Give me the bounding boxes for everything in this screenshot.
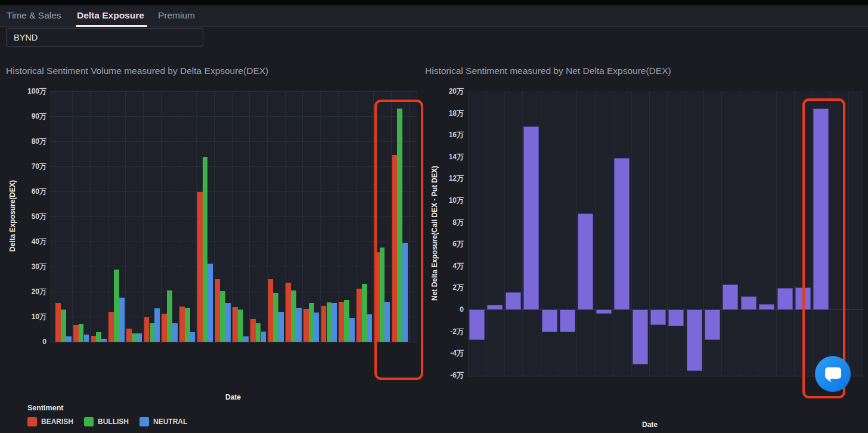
- bar-bullish-1[interactable]: [79, 324, 84, 342]
- bar-bearish-7[interactable]: [179, 307, 185, 342]
- bar-net-dex-10[interactable]: [650, 310, 666, 325]
- bar-net-dex-11[interactable]: [668, 310, 684, 326]
- bar-bullish-17[interactable]: [362, 284, 367, 342]
- bar-neutral-8[interactable]: [207, 264, 213, 342]
- bar-net-dex-4[interactable]: [542, 310, 557, 332]
- left-x-axis-title: Date: [225, 393, 241, 401]
- bar-bearish-12[interactable]: [268, 279, 274, 342]
- bar-neutral-17[interactable]: [367, 314, 373, 342]
- gridline: [51, 166, 417, 167]
- bar-bearish-8[interactable]: [197, 192, 203, 342]
- gridline: [51, 242, 417, 242]
- y-tick-label: -4万: [428, 349, 464, 357]
- gridline: [522, 91, 523, 376]
- y-tick-label: -2万: [428, 327, 464, 336]
- bar-bullish-13[interactable]: [291, 290, 296, 342]
- bar-bullish-7[interactable]: [185, 308, 190, 342]
- bar-bullish-8[interactable]: [203, 157, 208, 342]
- gridline: [108, 91, 108, 342]
- bar-neutral-4[interactable]: [137, 333, 142, 342]
- bar-bullish-12[interactable]: [273, 293, 278, 342]
- bar-net-dex-13[interactable]: [705, 310, 720, 340]
- bar-bearish-10[interactable]: [232, 307, 238, 342]
- bar-net-dex-12[interactable]: [687, 310, 702, 371]
- tab-delta-exposure[interactable]: Delta Exposure: [77, 5, 144, 26]
- tab-time-and-sales[interactable]: Time & Sales: [7, 5, 61, 26]
- bar-neutral-6[interactable]: [172, 323, 178, 342]
- bar-neutral-14[interactable]: [314, 313, 320, 342]
- bar-bullish-0[interactable]: [61, 310, 66, 342]
- gridline: [848, 91, 849, 376]
- bar-bearish-16[interactable]: [339, 302, 344, 342]
- bar-bearish-5[interactable]: [144, 317, 150, 342]
- legend-item-bullish[interactable]: BULLISH: [84, 417, 129, 426]
- legend-item-bearish[interactable]: BEARISH: [27, 417, 73, 426]
- right-x-axis-title: Date: [642, 420, 658, 429]
- gridline: [249, 91, 250, 342]
- app-screen: Time & Sales Delta Exposure Premium Hist…: [0, 0, 868, 433]
- y-tick-label: 100万: [11, 87, 46, 95]
- tab-premium[interactable]: Premium: [158, 5, 195, 26]
- bar-net-dex-15[interactable]: [741, 296, 757, 310]
- bar-neutral-15[interactable]: [331, 303, 337, 342]
- bar-net-dex-8[interactable]: [614, 158, 630, 310]
- bar-neutral-5[interactable]: [154, 308, 160, 342]
- bar-bearish-11[interactable]: [250, 319, 256, 342]
- bar-net-dex-16[interactable]: [759, 304, 774, 310]
- bar-bullish-15[interactable]: [327, 302, 332, 342]
- bar-net-dex-17[interactable]: [777, 288, 793, 310]
- gridline: [758, 91, 758, 376]
- y-tick-label: 70万: [11, 162, 46, 171]
- bar-net-dex-0[interactable]: [469, 310, 485, 340]
- bar-net-dex-7[interactable]: [596, 310, 612, 314]
- bar-bullish-10[interactable]: [238, 310, 243, 342]
- bar-neutral-2[interactable]: [101, 339, 107, 342]
- bar-neutral-7[interactable]: [190, 332, 196, 342]
- bar-neutral-16[interactable]: [349, 318, 355, 342]
- bar-bearish-3[interactable]: [108, 312, 114, 342]
- bar-neutral-11[interactable]: [261, 332, 266, 342]
- bar-bearish-9[interactable]: [215, 279, 221, 342]
- bar-bullish-5[interactable]: [150, 323, 155, 342]
- bar-bearish-13[interactable]: [286, 283, 291, 342]
- bar-bullish-6[interactable]: [167, 290, 172, 342]
- chat-widget-button[interactable]: [815, 356, 851, 392]
- bar-neutral-13[interactable]: [296, 308, 302, 342]
- bar-bullish-3[interactable]: [114, 270, 119, 342]
- bar-neutral-9[interactable]: [225, 303, 231, 342]
- tab-bar: Time & Sales Delta Exposure Premium: [0, 5, 868, 27]
- bar-bearish-17[interactable]: [356, 289, 362, 342]
- bar-bullish-9[interactable]: [220, 291, 225, 342]
- left-x-axis-line: [51, 342, 417, 342]
- bar-bearish-15[interactable]: [321, 306, 327, 342]
- gridline: [51, 191, 417, 192]
- bar-net-dex-9[interactable]: [633, 310, 648, 364]
- bar-neutral-12[interactable]: [278, 312, 284, 342]
- bar-net-dex-14[interactable]: [723, 284, 738, 310]
- gridline: [51, 116, 417, 117]
- bar-bearish-6[interactable]: [162, 314, 167, 342]
- bar-bearish-0[interactable]: [55, 303, 61, 342]
- bar-bearish-14[interactable]: [303, 309, 309, 342]
- bar-bullish-16[interactable]: [344, 300, 349, 342]
- bar-neutral-3[interactable]: [119, 298, 125, 342]
- bar-bullish-4[interactable]: [132, 333, 137, 342]
- bar-bearish-1[interactable]: [73, 325, 79, 342]
- gridline: [302, 91, 303, 342]
- bar-bullish-11[interactable]: [256, 323, 261, 342]
- bar-net-dex-3[interactable]: [523, 126, 539, 310]
- bar-bearish-4[interactable]: [126, 329, 132, 342]
- symbol-input[interactable]: [6, 28, 203, 47]
- legend-item-neutral[interactable]: NEUTRAL: [140, 417, 187, 426]
- bar-net-dex-2[interactable]: [506, 292, 521, 310]
- bar-neutral-0[interactable]: [66, 336, 72, 342]
- bar-net-dex-6[interactable]: [578, 214, 593, 310]
- bar-bearish-2[interactable]: [91, 336, 97, 342]
- bar-neutral-10[interactable]: [243, 336, 249, 342]
- bar-bullish-2[interactable]: [96, 332, 101, 342]
- y-tick-label: 80万: [11, 137, 46, 146]
- bar-neutral-1[interactable]: [84, 335, 89, 342]
- bar-net-dex-5[interactable]: [560, 310, 575, 332]
- bar-net-dex-1[interactable]: [487, 305, 503, 310]
- bar-bullish-14[interactable]: [309, 303, 314, 342]
